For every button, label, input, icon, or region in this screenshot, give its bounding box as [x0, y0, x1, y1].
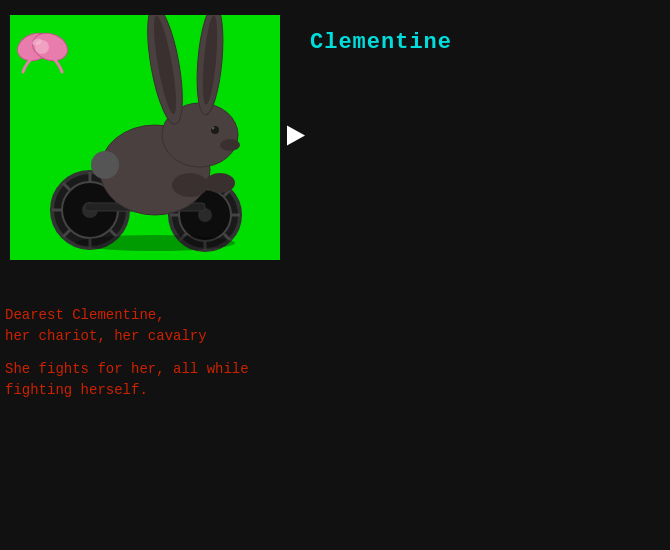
main-container: Clementine Dearest Clementine, her chari… — [0, 0, 670, 550]
svg-point-33 — [205, 173, 235, 193]
poem-line-3: She fights for her, all while — [5, 359, 249, 380]
svg-point-31 — [220, 139, 240, 151]
image-wrapper — [10, 15, 280, 260]
bow-decoration — [15, 20, 70, 75]
svg-point-30 — [212, 127, 215, 130]
poem-stanza-2: She fights for her, all while fighting h… — [5, 359, 249, 401]
svg-point-32 — [172, 173, 208, 197]
play-button[interactable] — [287, 125, 305, 150]
poem-line-2: her chariot, her cavalry — [5, 326, 249, 347]
poem-stanza-1: Dearest Clementine, her chariot, her cav… — [5, 305, 249, 347]
svg-point-35 — [75, 235, 235, 251]
svg-point-34 — [91, 151, 119, 179]
image-section — [10, 15, 280, 260]
poem-line-4: fighting herself. — [5, 380, 249, 401]
page-title: Clementine — [310, 30, 452, 55]
poem-line-1: Dearest Clementine, — [5, 305, 249, 326]
play-triangle-icon — [287, 125, 305, 145]
main-image — [10, 15, 280, 260]
title-section: Clementine — [310, 30, 452, 55]
poem-section: Dearest Clementine, her chariot, her cav… — [5, 305, 249, 413]
